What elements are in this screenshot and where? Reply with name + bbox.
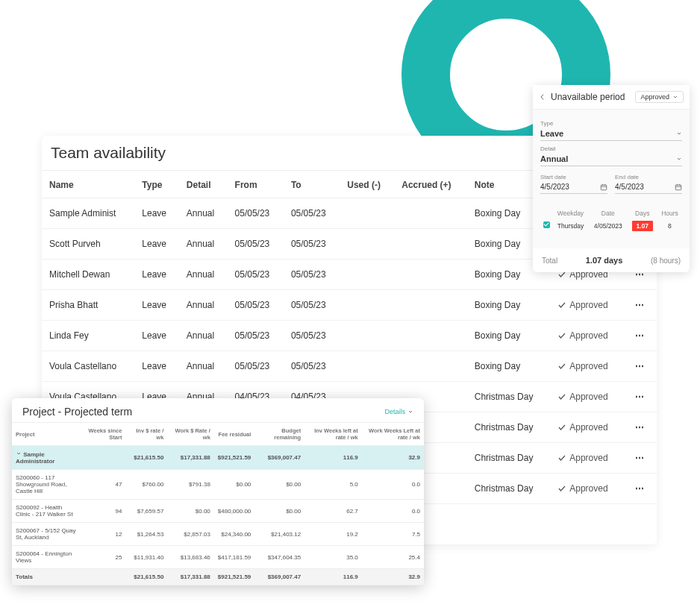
status-cell: Approved [550, 321, 624, 351]
cell: 0.0 [362, 470, 424, 500]
detail-select[interactable]: Annual [540, 152, 682, 166]
cell: $0.00 [167, 500, 213, 523]
cell [394, 321, 467, 351]
row-hours: 8 [657, 219, 682, 232]
status-cell: Approved [550, 474, 624, 504]
chevron-down-icon [672, 94, 678, 100]
cell: 05/05/23 [228, 290, 284, 321]
row-menu-button[interactable]: ⋯ [624, 321, 657, 351]
cell: $13,683.46 [167, 546, 213, 569]
avail-col: Detail [179, 171, 228, 198]
cell: 12 [81, 523, 126, 546]
cell: $417,181.59 [214, 546, 255, 569]
cell: 32.9 [362, 569, 424, 585]
proj-col: Budget remaining [254, 423, 304, 446]
col-weekday: Weekday [552, 207, 589, 219]
start-label: Start date [540, 174, 607, 180]
row-days: 1.07 [632, 221, 654, 231]
row-menu-button[interactable]: ⋯ [624, 474, 657, 504]
cell: 05/05/23 [228, 351, 284, 382]
row-menu-button[interactable]: ⋯ [624, 351, 657, 382]
table-row: S200064 - Ennington Views25$11,931.40$13… [12, 546, 424, 569]
end-label: End date [615, 174, 682, 180]
cell: Annual [179, 351, 228, 382]
details-label: Details [384, 408, 405, 415]
cell: 35.0 [304, 546, 362, 569]
col-date: Date [589, 207, 628, 219]
row-menu-button[interactable]: ⋯ [624, 382, 657, 412]
check-icon [557, 331, 566, 340]
type-select[interactable]: Leave [540, 127, 682, 141]
table-row: S200060 - 117 Showground Road, Castle Hi… [12, 470, 424, 500]
table-row: Sample Administrator$21,615.50$17,331.88… [12, 446, 424, 470]
day-checkbox[interactable] [543, 221, 550, 228]
cell: 7.5 [362, 523, 424, 546]
end-date-value: 4/5/2023 [615, 183, 644, 191]
details-dropdown[interactable]: Details [384, 408, 413, 415]
cell [340, 290, 394, 321]
cell: Annual [179, 198, 228, 229]
cell: $921,521.59 [214, 569, 255, 585]
table-row[interactable]: Voula CastellanoLeaveAnnual05/05/2305/05… [42, 351, 657, 382]
cell [340, 321, 394, 351]
cell: Christmas Day [467, 412, 550, 443]
chevron-down-icon[interactable] [16, 450, 22, 456]
cell: Voula Castellano [42, 351, 134, 382]
status-cell: Approved [550, 382, 624, 412]
row-date: 4/05/2023 [589, 219, 628, 232]
row-menu-button[interactable]: ⋯ [624, 290, 657, 321]
cell: 116.9 [304, 569, 362, 585]
calendar-icon [600, 183, 607, 191]
cell: 25.4 [362, 546, 424, 569]
avail-col: Name [42, 171, 134, 198]
check-icon [557, 392, 566, 401]
col-hours: Hours [657, 207, 682, 219]
proj-col: Project [12, 423, 81, 446]
cell [340, 229, 394, 260]
avail-col: Used (-) [340, 171, 394, 198]
cell: Annual [179, 229, 228, 260]
table-row[interactable]: Prisha BhattLeaveAnnual05/05/2305/05/23B… [42, 290, 657, 321]
cell: 62.7 [304, 500, 362, 523]
cell [394, 351, 467, 382]
cell: Leave [134, 321, 179, 351]
cell [81, 569, 126, 585]
cell: $480,000.00 [214, 500, 255, 523]
cell: 5.0 [304, 470, 362, 500]
total-hours: (8 hours) [651, 257, 681, 265]
calendar-icon [675, 183, 682, 191]
cell: 05/05/23 [228, 260, 284, 290]
cell [81, 446, 126, 470]
cell: $21,615.50 [125, 446, 167, 470]
table-row: S200092 - Health Clinic - 217 Walker St9… [12, 500, 424, 523]
cell: Christmas Day [467, 443, 550, 474]
table-row[interactable]: Linda FeyLeaveAnnual05/05/2305/05/23Boxi… [42, 321, 657, 351]
cell: 94 [81, 500, 126, 523]
table-row: Totals$21,615.50$17,331.88$921,521.59$36… [12, 569, 424, 585]
cell: Boxing Day [467, 290, 550, 321]
row-menu-button[interactable]: ⋯ [624, 412, 657, 443]
cell: Leave [134, 198, 179, 229]
cell [340, 198, 394, 229]
cell: $0.00 [254, 470, 304, 500]
projected-title: Project - Projected term [22, 406, 132, 418]
row-menu-button[interactable]: ⋯ [624, 443, 657, 474]
start-date-input[interactable]: 4/5/2023 [540, 180, 607, 194]
back-icon[interactable] [539, 93, 546, 101]
cell [394, 198, 467, 229]
cell [340, 351, 394, 382]
cell: Sample Administ [42, 198, 134, 229]
period-days-table: Weekday Date Days Hours Thursday 4/05/20… [540, 207, 682, 232]
projected-header: Project - Projected term Details [12, 398, 424, 422]
total-label: Total [542, 257, 557, 265]
check-icon [557, 301, 566, 309]
check-icon [557, 453, 566, 462]
table-row: S200067 - 5/152 Quay St, Auckland12$1,26… [12, 523, 424, 546]
proj-col: Inv $ rate / wk [125, 423, 167, 446]
cell: Boxing Day [467, 321, 550, 351]
cell: Leave [134, 290, 179, 321]
avail-col: To [284, 171, 340, 198]
end-date-input[interactable]: 4/5/2023 [615, 180, 682, 194]
status-dropdown[interactable]: Approved [635, 91, 684, 103]
projected-term-panel: Project - Projected term Details Project… [12, 398, 424, 585]
